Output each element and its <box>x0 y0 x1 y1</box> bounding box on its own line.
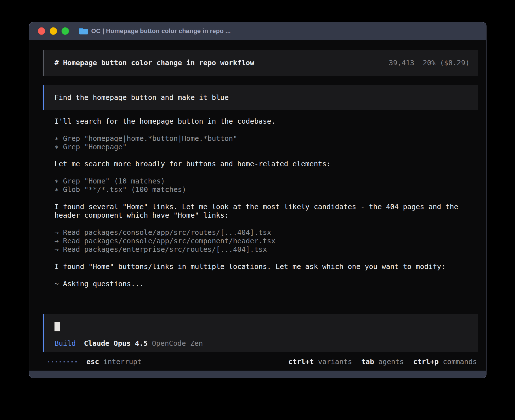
context-usage: 20% ($0.29) <box>423 59 470 67</box>
text-cursor <box>54 322 60 331</box>
user-message: Find the homepage button and make it blu… <box>43 85 478 110</box>
spinner-dot <box>56 361 57 362</box>
shortcut-key: ctrl+t <box>288 358 314 366</box>
terminal-window: OC | Homepage button color change in rep… <box>29 22 486 378</box>
window-titlebar[interactable]: OC | Homepage button color change in rep… <box>29 22 486 40</box>
status-bar-shortcuts: ctrl+tvariantstabagentsctrl+pcommands <box>288 358 477 366</box>
spinner-dot <box>67 361 69 362</box>
status-bar: esc interrupt ctrl+tvariantstabagentsctr… <box>43 357 478 366</box>
assistant-transcript: I'll search for the homepage button in t… <box>54 117 458 288</box>
transcript-line: I'll search for the homepage button in t… <box>54 117 458 126</box>
session-stats: 39,413 20% ($0.29) <box>389 59 470 67</box>
shortcut-hint: ctrl+tvariants <box>288 358 352 366</box>
spinner-dot <box>52 361 53 362</box>
model-provider-label: OpenCode Zen <box>152 339 203 347</box>
esc-action-label: interrupt <box>103 358 141 366</box>
shortcut-label: commands <box>443 358 477 366</box>
transcript-blank-line <box>54 151 458 160</box>
shortcut-label: variants <box>318 358 352 366</box>
transcript-line: Let me search more broadly for buttons a… <box>54 160 458 168</box>
esc-key-hint: esc <box>86 358 99 366</box>
status-bar-left: esc interrupt <box>48 358 142 366</box>
transcript-line: ∗ Grep "homepage|home.*button|Home.*butt… <box>54 134 458 143</box>
window-title: OC | Homepage button color change in rep… <box>91 27 231 35</box>
transcript-blank-line <box>54 254 458 262</box>
traffic-lights <box>38 27 69 35</box>
transcript-line: → Read packages/console/app/src/routes/[… <box>54 228 458 237</box>
transcript-blank-line <box>54 271 458 279</box>
transcript-blank-line <box>54 169 458 177</box>
spinner-dot <box>64 361 65 362</box>
transcript-line: ∗ Grep "Home" (18 matches) <box>54 177 458 185</box>
shortcut-hint: ctrl+pcommands <box>413 358 477 366</box>
model-line: Build Claude Opus 4.5 OpenCode Zen <box>54 339 203 347</box>
shortcut-key: ctrl+p <box>413 358 438 366</box>
transcript-line: header component which have "Home" links… <box>54 211 458 220</box>
minimize-button[interactable] <box>50 27 57 35</box>
transcript-line: ∗ Glob "**/*.tsx" (100 matches) <box>54 185 458 194</box>
transcript-line: → Read packages/enterprise/src/routes/[.… <box>54 245 458 254</box>
user-message-text: Find the homepage button and make it blu… <box>54 93 229 102</box>
agent-mode-label[interactable]: Build <box>54 339 76 347</box>
shortcut-hint: tabagents <box>361 358 404 366</box>
prompt-input[interactable]: Build Claude Opus 4.5 OpenCode Zen <box>43 314 478 352</box>
shortcut-label: agents <box>378 358 404 366</box>
transcript-blank-line <box>54 126 458 134</box>
transcript-line: → Read packages/console/app/src/componen… <box>54 237 458 245</box>
transcript-line: I found several "Home" links. Let me loo… <box>54 203 458 211</box>
model-name-label: Claude Opus 4.5 <box>84 339 148 347</box>
session-header: # Homepage button color change in repo w… <box>43 50 478 76</box>
session-title: # Homepage button color change in repo w… <box>54 59 254 67</box>
spinner-dot <box>48 361 49 362</box>
close-button[interactable] <box>38 27 45 35</box>
spinner-dots <box>48 361 77 362</box>
transcript-line: ~ Asking questions... <box>54 280 458 288</box>
token-count: 39,413 <box>389 59 414 67</box>
transcript-blank-line <box>54 194 458 203</box>
folder-icon <box>79 27 88 35</box>
spinner-dot <box>75 361 77 362</box>
terminal-content: # Homepage button color change in repo w… <box>29 40 486 371</box>
spinner-dot <box>71 361 73 362</box>
transcript-line: ∗ Grep "Homepage" <box>54 143 458 151</box>
transcript-blank-line <box>54 220 458 228</box>
shortcut-key: tab <box>361 358 374 366</box>
spinner-dot <box>60 361 61 362</box>
transcript-line: I found "Home" buttons/links in multiple… <box>54 262 458 271</box>
maximize-button[interactable] <box>62 27 69 35</box>
